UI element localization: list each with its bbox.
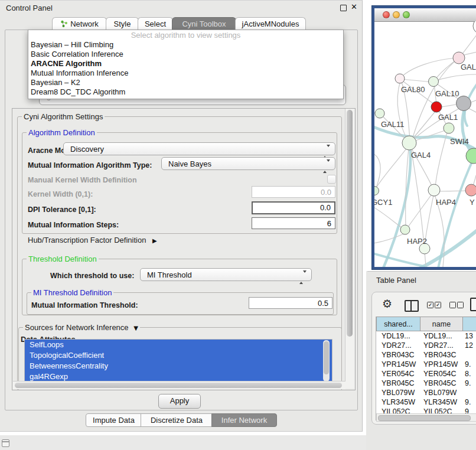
network-node-GAL[interactable]: [453, 52, 465, 64]
algorithm-option[interactable]: Bayesian – K2: [28, 78, 343, 87]
deselect-all-icon-2[interactable]: [457, 302, 464, 308]
table-row[interactable]: YDL19...YDL19...13: [376, 332, 476, 341]
table-cell: YBL079W: [382, 389, 415, 397]
algorithm-option[interactable]: Mutual Information Inference: [28, 69, 343, 78]
tab-select[interactable]: Select: [138, 17, 173, 30]
apply-button[interactable]: Apply: [158, 394, 201, 409]
control-panel-window: Control Panel ✕ Network Style Select Cyn…: [0, 0, 363, 432]
close-window-icon[interactable]: [383, 11, 390, 18]
group-title: MI Threshold Definition: [31, 288, 113, 297]
mi-threshold-field[interactable]: 0.5: [249, 297, 332, 309]
network-canvas[interactable]: GALGAL80GAL10GAL1GAL11SWI4GAL4GCY1HAP4YH…: [374, 21, 476, 267]
network-node-SWI4[interactable]: [444, 123, 454, 133]
network-node-HAP2[interactable]: [400, 225, 410, 234]
sources-toggle[interactable]: Sources for Network Inference ▼: [23, 323, 140, 332]
table-row[interactable]: YDR27...YDR27...12: [376, 341, 476, 351]
network-edge[interactable]: [401, 58, 459, 77]
table-row[interactable]: YBL079WYBL079W: [376, 389, 476, 398]
network-edge[interactable]: [374, 233, 405, 243]
network-edge[interactable]: [438, 191, 467, 191]
network-node-Y[interactable]: [465, 184, 476, 196]
table-row[interactable]: YER054CYER054C8.: [376, 370, 476, 379]
network-node[interactable]: [466, 148, 476, 164]
network-edge[interactable]: [461, 31, 476, 56]
table-row[interactable]: YBR043CYBR043C: [376, 351, 476, 360]
table-cell: YDL19...: [423, 332, 452, 340]
network-node-GAL4[interactable]: [402, 136, 416, 150]
table-horizontal-scrollbar[interactable]: [376, 413, 476, 422]
close-icon[interactable]: ✕: [351, 2, 357, 11]
mi-steps-field[interactable]: 6: [252, 217, 335, 229]
network-edge[interactable]: [376, 146, 408, 188]
algorithm-option[interactable]: Bayesian – Hill Climbing: [28, 40, 343, 50]
tab-jactivemnodules[interactable]: jActiveMNodules: [235, 17, 306, 30]
tab-infer-network[interactable]: Infer Network: [211, 413, 277, 427]
network-node[interactable]: [473, 21, 476, 34]
float-panel-icon[interactable]: [340, 5, 347, 11]
network-node-GCY1[interactable]: [374, 187, 379, 195]
table-row[interactable]: YPR145WYPR145W9.: [376, 360, 476, 370]
tab-label: jActiveMNodules: [242, 19, 299, 28]
dpi-tolerance-field[interactable]: 0.0: [252, 201, 335, 214]
tab-discretize-data[interactable]: Discretize Data: [141, 413, 213, 427]
manual-kernel-label: Manual Kernel Width Definition: [28, 176, 137, 184]
algorithm-option[interactable]: Dream8 DC_TDC Algorithm: [28, 87, 343, 97]
mi-algorithm-type-select[interactable]: Naive Bayes: [161, 157, 335, 170]
attribute-item[interactable]: TopologicalCoefficient: [25, 350, 332, 361]
network-edge[interactable]: [401, 79, 433, 82]
network-edge[interactable]: [374, 206, 402, 228]
network-edge[interactable]: [442, 105, 456, 107]
table-row[interactable]: YLR345WYLR345W9.: [376, 398, 476, 407]
minimize-window-icon[interactable]: [393, 11, 400, 18]
tab-cyni-toolbox[interactable]: Cyni Toolbox: [172, 17, 236, 30]
select-all-icon-2[interactable]: ✓: [435, 302, 441, 308]
network-edge-thick[interactable]: [374, 253, 424, 266]
which-threshold-select[interactable]: MI Threshold: [140, 268, 312, 281]
algorithm-option[interactable]: Basic Correlation Inference: [28, 50, 343, 59]
network-node-GAL1[interactable]: [431, 102, 442, 112]
tab-network[interactable]: Network: [52, 17, 107, 30]
table-cell: YDR27...: [382, 341, 412, 350]
manual-kernel-checkbox[interactable]: [327, 175, 336, 184]
network-node[interactable]: [457, 96, 471, 111]
tab-style[interactable]: Style: [106, 17, 139, 30]
network-edge[interactable]: [435, 74, 476, 81]
screen: Control Panel ✕ Network Style Select Cyn…: [0, 0, 476, 450]
network-window-titlebar[interactable]: [374, 8, 476, 22]
hub-definition-toggle[interactable]: Hub/Transcription Factor Definition ▶: [28, 236, 157, 244]
network-node-label: GCY1: [374, 198, 392, 207]
new-table-icon[interactable]: [470, 298, 476, 311]
zoom-window-icon[interactable]: [403, 11, 410, 18]
attribute-item[interactable]: BetweennessCentrality: [25, 361, 332, 371]
network-node-GAL11[interactable]: [375, 109, 384, 118]
attributes-list-scrollbar[interactable]: [323, 340, 330, 381]
collapse-right-icon: ▶: [152, 237, 157, 244]
network-edge[interactable]: [435, 132, 447, 187]
algorithm-option[interactable]: ARACNE Algorithm: [28, 59, 343, 69]
select-all-icon[interactable]: ✓: [427, 302, 433, 308]
column-header-cut[interactable]: [462, 317, 476, 331]
table-cell: YLR345W: [423, 398, 457, 406]
dropdown-prompt: Select algorithm to view settings: [28, 30, 343, 40]
table-cell: YPR145W: [382, 360, 416, 369]
network-node-HAP4[interactable]: [428, 184, 440, 196]
gear-icon[interactable]: ⚙: [382, 297, 392, 310]
table-row[interactable]: YBR045CYBR045C9.: [376, 379, 476, 389]
network-node-GAL80[interactable]: [395, 74, 405, 83]
network-edge-thick[interactable]: [438, 157, 474, 267]
split-view-icon[interactable]: [405, 300, 419, 312]
settings-horizontal-scrollbar[interactable]: [13, 381, 345, 389]
deselect-all-icon[interactable]: [449, 302, 456, 308]
tab-impute-data[interactable]: Impute Data: [86, 413, 142, 427]
column-header-shared-name[interactable]: shared...: [376, 317, 420, 331]
table-cell: 9.: [465, 360, 471, 369]
attribute-item[interactable]: SelfLoops: [25, 340, 332, 350]
settings-vertical-scrollbar[interactable]: [345, 109, 354, 389]
tab-label: Style: [114, 19, 131, 28]
network-node-GAL10[interactable]: [429, 77, 439, 87]
aracne-mode-select[interactable]: Discovery: [63, 142, 335, 155]
column-header-name[interactable]: name: [420, 317, 463, 331]
network-edge[interactable]: [411, 148, 424, 245]
kernel-width-field[interactable]: 0.0: [252, 186, 335, 198]
collapsed-panel-icon[interactable]: [2, 439, 9, 447]
